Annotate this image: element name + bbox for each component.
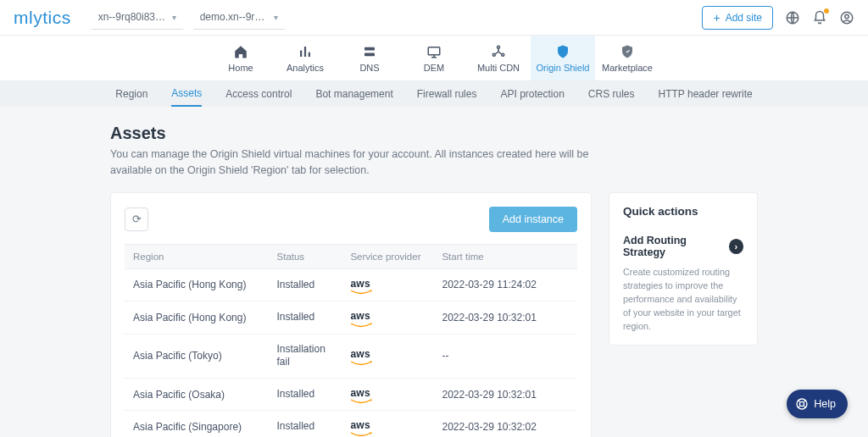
life-ring-icon xyxy=(795,397,809,411)
nav-label: Multi CDN xyxy=(477,63,520,73)
svg-point-2 xyxy=(845,14,849,19)
cell-start-time: 2022-03-29 10:32:01 xyxy=(433,301,577,335)
cell-service-provider: aws xyxy=(342,411,433,437)
subnav-access-control[interactable]: Access control xyxy=(225,82,292,106)
add-site-label: Add site xyxy=(726,12,762,24)
svg-rect-5 xyxy=(428,47,440,54)
nav-marketplace[interactable]: Marketplace xyxy=(595,36,659,80)
nav-label: DEM xyxy=(424,63,444,73)
subnav-bot-management[interactable]: Bot management xyxy=(315,82,392,106)
topbar: mlytics xn--9rq80i83o... ▾ demo.xn--9rq.… xyxy=(0,0,868,36)
add-instance-button[interactable]: Add instance xyxy=(489,207,577,232)
card-toolbar: ⟳ Add instance xyxy=(125,207,577,232)
svg-point-7 xyxy=(492,53,495,56)
nav-label: Marketplace xyxy=(602,63,653,73)
cell-status: Installed xyxy=(269,378,342,411)
subnav-assets[interactable]: Assets xyxy=(171,81,202,107)
table-row[interactable]: Asia Pacific (Osaka)Installedaws2022-03-… xyxy=(125,378,577,411)
cell-start-time: -- xyxy=(433,334,577,378)
sub-nav: Region Assets Access control Bot managem… xyxy=(0,81,868,107)
cell-region: Asia Pacific (Hong Kong) xyxy=(125,301,269,335)
cell-region: Asia Pacific (Singapore) xyxy=(125,411,269,437)
cell-service-provider: aws xyxy=(342,334,433,378)
arrow-right-icon: › xyxy=(729,239,743,254)
nav-multicdn[interactable]: Multi CDN xyxy=(466,36,531,80)
nav-label: Origin Shield xyxy=(537,63,590,73)
globe-icon[interactable] xyxy=(785,10,800,25)
dns-icon xyxy=(362,44,377,59)
cell-service-provider: aws xyxy=(342,378,433,411)
cell-service-provider: aws xyxy=(342,268,433,301)
svg-rect-4 xyxy=(364,53,375,56)
nav-label: DNS xyxy=(359,63,379,73)
aws-logo-icon: aws xyxy=(350,422,372,434)
nav-home[interactable]: Home xyxy=(209,36,273,80)
table-header-row: Region Status Service provider Start tim… xyxy=(125,244,577,268)
aws-logo-icon: aws xyxy=(350,313,372,325)
cell-status: Installed xyxy=(269,268,342,301)
multicdn-icon xyxy=(491,44,506,59)
table-row[interactable]: Asia Pacific (Hong Kong)Installedaws2022… xyxy=(125,301,577,335)
cell-region: Asia Pacific (Osaka) xyxy=(125,378,269,411)
svg-rect-3 xyxy=(364,47,375,50)
cell-status: Installation fail xyxy=(269,334,342,378)
cell-start-time: 2022-03-29 10:32:01 xyxy=(433,378,577,411)
subnav-firewall-rules[interactable]: Firewall rules xyxy=(417,82,477,106)
help-label: Help xyxy=(814,398,836,410)
qa-item-desc: Create customized routing strategies to … xyxy=(623,265,743,334)
qa-item-title: Add Routing Strategy xyxy=(623,235,729,258)
shield-icon xyxy=(555,44,570,59)
th-region: Region xyxy=(125,244,269,268)
aws-logo-icon: aws xyxy=(350,390,372,402)
quick-actions-title: Quick actions xyxy=(623,205,743,218)
nav-dns[interactable]: DNS xyxy=(337,36,402,80)
notification-dot xyxy=(824,8,829,14)
svg-point-10 xyxy=(800,401,804,406)
svg-point-6 xyxy=(498,46,500,48)
th-sp: Service provider xyxy=(342,244,433,268)
account-icon[interactable] xyxy=(839,10,854,25)
bell-icon[interactable] xyxy=(812,10,827,25)
aws-logo-icon: aws xyxy=(350,280,372,293)
dem-icon xyxy=(426,44,442,59)
assets-table: Region Status Service provider Start tim… xyxy=(125,244,577,438)
cell-region: Asia Pacific (Tokyo) xyxy=(125,334,269,378)
table-row[interactable]: Asia Pacific (Singapore)Installedaws2022… xyxy=(125,411,577,437)
page-title: Assets xyxy=(110,124,758,143)
th-start: Start time xyxy=(433,244,577,268)
refresh-icon: ⟳ xyxy=(132,213,142,225)
nav-dem[interactable]: DEM xyxy=(402,36,466,80)
chevron-down-icon: ▾ xyxy=(172,13,176,22)
cell-status: Installed xyxy=(269,411,342,437)
help-button[interactable]: Help xyxy=(787,390,848,418)
subnav-api-protection[interactable]: API protection xyxy=(500,82,564,106)
subnav-crs-rules[interactable]: CRS rules xyxy=(588,82,635,106)
nav-analytics[interactable]: Analytics xyxy=(273,36,337,80)
site-dropdown-value: demo.xn--9rq... xyxy=(200,11,269,23)
cell-region: Asia Pacific (Hong Kong) xyxy=(125,268,269,301)
quick-actions-card: Quick actions Add Routing Strategy › Cre… xyxy=(609,192,758,346)
assets-card: ⟳ Add instance Region Status Service pro… xyxy=(110,192,592,438)
page-content: Assets You can manage the Origin Shield … xyxy=(0,107,868,437)
org-dropdown[interactable]: xn--9rq80i83o... ▾ xyxy=(92,6,183,30)
site-dropdown[interactable]: demo.xn--9rq... ▾ xyxy=(193,6,285,30)
table-row[interactable]: Asia Pacific (Hong Kong)Installedaws2022… xyxy=(125,268,577,301)
chevron-down-icon: ▾ xyxy=(274,13,278,22)
nav-origin-shield[interactable]: Origin Shield xyxy=(531,36,595,80)
add-site-button[interactable]: + Add site xyxy=(702,6,773,30)
plus-icon: + xyxy=(713,12,720,24)
cell-service-provider: aws xyxy=(342,301,433,335)
th-status: Status xyxy=(269,244,342,268)
aws-logo-icon: aws xyxy=(350,351,372,363)
qa-add-routing[interactable]: Add Routing Strategy › xyxy=(623,235,743,258)
refresh-button[interactable]: ⟳ xyxy=(125,207,148,231)
svg-point-8 xyxy=(502,53,504,56)
cell-start-time: 2022-03-29 10:32:02 xyxy=(433,411,577,437)
cell-status: Installed xyxy=(269,301,342,335)
brand-logo: mlytics xyxy=(14,8,71,28)
cell-start-time: 2022-03-29 11:24:02 xyxy=(433,268,577,301)
table-row[interactable]: Asia Pacific (Tokyo)Installation failaws… xyxy=(125,334,577,378)
subnav-region[interactable]: Region xyxy=(115,82,147,106)
marketplace-icon xyxy=(620,44,635,59)
subnav-http-header-rewrite[interactable]: HTTP header rewrite xyxy=(659,82,753,106)
